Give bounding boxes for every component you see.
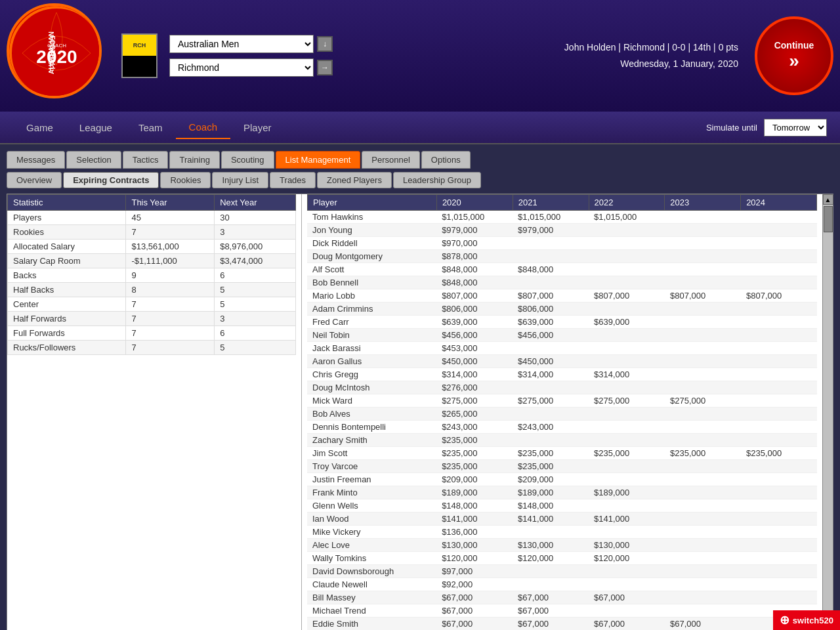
- table-row[interactable]: Adam Crimmins$806,000$806,000: [307, 303, 817, 316]
- table-row[interactable]: Ian Wood$141,000$141,000$141,000: [307, 513, 817, 526]
- scroll-thumb[interactable]: [824, 206, 833, 232]
- table-row[interactable]: Troy Varcoe$235,000$235,000: [307, 460, 817, 473]
- tab-options[interactable]: Options: [421, 151, 471, 169]
- table-row[interactable]: Tom Hawkins$1,015,000$1,015,000$1,015,00…: [307, 211, 817, 224]
- table-row[interactable]: Jon Young$979,000$979,000: [307, 224, 817, 237]
- table-row[interactable]: Allocated Salary$13,561,000$8,976,000: [8, 240, 296, 254]
- table-row[interactable]: Eddie Smith$67,000$67,000$67,000$67,000: [307, 618, 817, 631]
- table-cell: 8: [126, 283, 215, 297]
- table-row[interactable]: Justin Freeman$209,000$209,000: [307, 473, 817, 486]
- table-row[interactable]: Michael Trend$67,000$67,000: [307, 604, 817, 618]
- table-row[interactable]: Doug McIntosh$276,000: [307, 381, 817, 394]
- nav-player[interactable]: Player: [230, 117, 285, 138]
- table-cell: [665, 263, 741, 276]
- table-cell: $848,000: [513, 263, 589, 276]
- table-row[interactable]: Players4530: [8, 211, 296, 225]
- table-cell: 7: [126, 341, 215, 355]
- table-row[interactable]: Alf Scott$848,000$848,000: [307, 263, 817, 276]
- table-row[interactable]: Wally Tomkins$120,000$120,000$120,000: [307, 552, 817, 565]
- table-row[interactable]: Half Forwards73: [8, 312, 296, 326]
- table-row[interactable]: Alec Love$130,000$130,000$130,000: [307, 539, 817, 552]
- tab-expiring[interactable]: Expiring Contracts: [63, 172, 159, 188]
- continue-arrows: »: [789, 51, 799, 72]
- table-cell: Troy Varcoe: [307, 460, 436, 473]
- table-row[interactable]: Bob Alves$265,000: [307, 408, 817, 421]
- continue-button[interactable]: Continue »: [755, 16, 833, 95]
- table-row[interactable]: Rucks/Followers75: [8, 341, 296, 355]
- table-row[interactable]: Glenn Wells$148,000$148,000: [307, 499, 817, 513]
- table-row[interactable]: David Downsborough$97,000: [307, 565, 817, 578]
- table-row[interactable]: Backs96: [8, 268, 296, 283]
- simulate-select[interactable]: Tomorrow: [764, 119, 827, 136]
- table-row[interactable]: Mario Lobb$807,000$807,000$807,000$807,0…: [307, 289, 817, 303]
- scroll-up[interactable]: ▲: [823, 194, 833, 205]
- players-scroll[interactable]: Tom Hawkins$1,015,000$1,015,000$1,015,00…: [307, 211, 817, 630]
- table-cell: $120,000: [513, 552, 589, 565]
- table-cell: $848,000: [436, 276, 513, 289]
- tab-training[interactable]: Training: [169, 151, 219, 169]
- table-cell: [665, 421, 741, 434]
- table-row[interactable]: Fred Carr$639,000$639,000$639,000: [307, 316, 817, 329]
- nav-game[interactable]: Game: [13, 117, 66, 138]
- league-select[interactable]: Australian Men: [169, 35, 314, 53]
- table-row[interactable]: Center75: [8, 297, 296, 312]
- table-row[interactable]: Rookies73: [8, 225, 296, 240]
- table-row[interactable]: Dick Riddell$970,000: [307, 237, 817, 250]
- table-row[interactable]: Mick Ward$275,000$275,000$275,000$275,00…: [307, 394, 817, 408]
- table-row[interactable]: Chris Gregg$314,000$314,000$314,000: [307, 368, 817, 381]
- table-cell: $189,000: [589, 486, 665, 499]
- table-row[interactable]: Frank Minto$189,000$189,000$189,000: [307, 486, 817, 499]
- nintendo-logo: ⊕: [780, 613, 789, 627]
- tab-scouting[interactable]: Scouting: [221, 151, 274, 169]
- table-cell: Chris Gregg: [307, 368, 436, 381]
- table-cell: [741, 499, 817, 513]
- table-cell: $3,474,000: [215, 254, 296, 268]
- tab-list-management[interactable]: List Management: [276, 151, 361, 169]
- table-row[interactable]: Salary Cap Room-$1,111,000$3,474,000: [8, 254, 296, 268]
- download-icon[interactable]: ↓: [317, 36, 333, 52]
- table-cell: [665, 211, 741, 224]
- team-select[interactable]: Richmond: [169, 58, 314, 77]
- table-row[interactable]: Doug Montgomery$878,000: [307, 250, 817, 263]
- tab-tactics[interactable]: Tactics: [123, 151, 169, 169]
- nav-team[interactable]: Team: [125, 117, 176, 138]
- table-row[interactable]: Jack Barassi$453,000: [307, 342, 817, 355]
- table-cell: Bill Massey: [307, 591, 436, 604]
- table-cell: Allocated Salary: [8, 240, 126, 254]
- tab-leadership[interactable]: Leadership Group: [393, 172, 481, 188]
- tab-overview[interactable]: Overview: [7, 172, 62, 188]
- table-cell: [665, 552, 741, 565]
- table-row[interactable]: Neil Tobin$456,000$456,000: [307, 329, 817, 342]
- table-cell: Tom Hawkins: [307, 211, 436, 224]
- table-row[interactable]: Half Backs85: [8, 283, 296, 297]
- table-cell: $1,015,000: [436, 211, 513, 224]
- tab-trades[interactable]: Trades: [270, 172, 316, 188]
- table-cell: 7: [126, 326, 215, 341]
- table-cell: Frank Minto: [307, 486, 436, 499]
- tab-messages[interactable]: Messages: [7, 151, 65, 169]
- table-row[interactable]: Aaron Gallus$450,000$450,000: [307, 355, 817, 368]
- table-cell: $639,000: [513, 316, 589, 329]
- table-row[interactable]: Claude Newell$92,000: [307, 578, 817, 591]
- tab-rookies[interactable]: Rookies: [160, 172, 211, 188]
- nav-coach[interactable]: Coach: [176, 116, 230, 139]
- table-row[interactable]: Zachary Smith$235,000: [307, 434, 817, 447]
- tab-injury[interactable]: Injury List: [212, 172, 268, 188]
- table-cell: $189,000: [513, 486, 589, 499]
- nav-league[interactable]: League: [66, 117, 125, 138]
- table-row[interactable]: Jim Scott$235,000$235,000$235,000$235,00…: [307, 447, 817, 460]
- table-cell: [741, 526, 817, 539]
- table-row[interactable]: Bill Massey$67,000$67,000$67,000: [307, 591, 817, 604]
- table-row[interactable]: Mike Vickery$136,000: [307, 526, 817, 539]
- panel-divider: [301, 194, 302, 630]
- table-cell: Dennis Bontempelli: [307, 421, 436, 434]
- table-row[interactable]: Bob Bennell$848,000: [307, 276, 817, 289]
- tab-selection[interactable]: Selection: [66, 151, 121, 169]
- tab-zoned[interactable]: Zoned Players: [317, 172, 392, 188]
- enter-icon[interactable]: →: [317, 60, 333, 75]
- table-row[interactable]: Dennis Bontempelli$243,000$243,000: [307, 421, 817, 434]
- tab-personnel[interactable]: Personnel: [362, 151, 420, 169]
- table-row[interactable]: Full Forwards76: [8, 326, 296, 341]
- table-cell: [665, 368, 741, 381]
- table-cell: $92,000: [436, 578, 513, 591]
